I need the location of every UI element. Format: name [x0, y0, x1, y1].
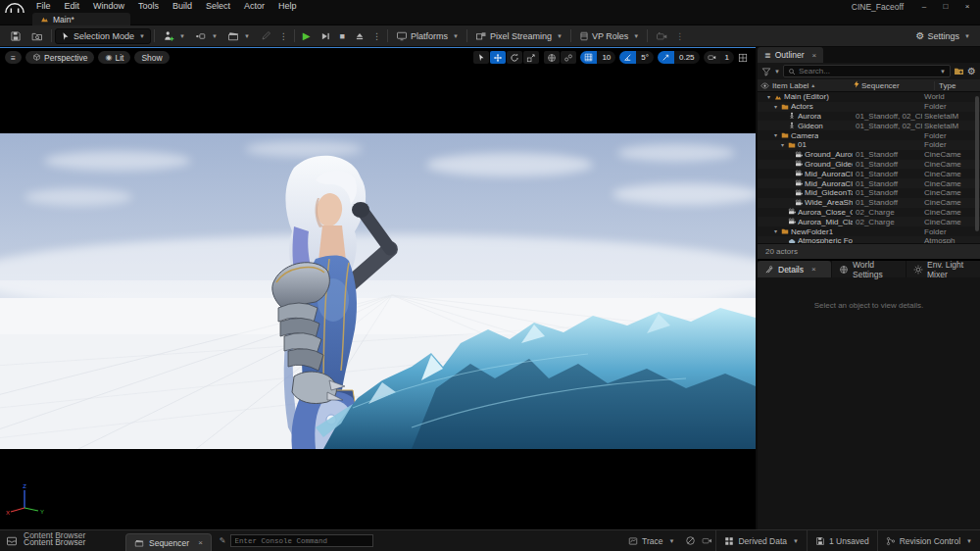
eject-button[interactable] [350, 27, 369, 45]
add-actor-button[interactable]: ▼ [158, 27, 190, 45]
outliner-row[interactable]: Mid_GideonTa01_StandoffCineCame [758, 188, 980, 198]
column-sequencer[interactable]: Sequencer [861, 81, 934, 90]
unsaved-button[interactable]: 1 Unsaved [807, 530, 877, 551]
camera-speed-value[interactable]: 1 [720, 51, 734, 64]
outliner-scrollbar[interactable] [975, 96, 979, 231]
editor-modes-button[interactable] [255, 27, 276, 45]
trace-record-button[interactable] [682, 535, 699, 546]
virtual-camera-menu[interactable]: ⋮ [672, 31, 687, 41]
browse-content-button[interactable] [26, 27, 48, 45]
stop-button[interactable]: ■ [335, 27, 350, 45]
grid-snap-value[interactable]: 10 [597, 51, 615, 64]
outliner-row[interactable]: Aurora01_Standoff, 02_Charge, 03Skeletal… [758, 112, 980, 122]
rotation-snap-control[interactable]: 5° [619, 51, 654, 64]
console-input[interactable] [230, 534, 373, 547]
outliner-row[interactable]: ▾Main (Editor)World [758, 92, 980, 102]
outliner-row[interactable]: Ground_Gideo01_StandoffCineCame [758, 160, 980, 170]
derived-data-dropdown[interactable]: Derived Data ▼ [715, 530, 807, 551]
outliner-row[interactable]: Aurora_Mid_Cla02_ChargeCineCame [758, 217, 980, 226]
new-folder-button[interactable] [954, 66, 964, 76]
scale-tool[interactable] [523, 51, 539, 64]
settings-dropdown[interactable]: ⚙ Settings ▼ [911, 27, 975, 45]
viewport-render[interactable] [0, 133, 756, 449]
close-button[interactable]: × [956, 0, 978, 13]
frame-skip-button[interactable] [316, 27, 335, 45]
world-local-toggle[interactable] [544, 51, 560, 64]
show-dropdown[interactable]: Show [134, 51, 169, 64]
expander-arrow-icon[interactable]: ▾ [765, 94, 772, 100]
outliner-row[interactable]: Wide_AreaSho01_StandoffCineCame [758, 198, 980, 208]
trace-dropdown[interactable]: Trace ▼ [620, 530, 682, 551]
outliner-row[interactable]: Mid_AuroraCla01_StandoffCineCame [758, 169, 980, 178]
menu-help[interactable]: Help [271, 0, 304, 13]
surface-snapping-toggle[interactable] [561, 51, 576, 64]
menu-build[interactable]: Build [166, 0, 199, 13]
filter-button[interactable]: ▼ [761, 67, 780, 76]
search-input[interactable] [799, 67, 935, 75]
rotation-snap-value[interactable]: 5° [636, 51, 654, 64]
close-icon[interactable]: × [198, 538, 203, 547]
revision-control-dropdown[interactable]: Revision Control ▼ [877, 530, 980, 551]
viewport-options-menu[interactable]: ≡ [5, 51, 22, 64]
menu-tools[interactable]: Tools [131, 0, 166, 13]
expander-arrow-icon[interactable]: ▾ [772, 104, 779, 110]
tab-env-light-mixer[interactable]: Env. Light Mixer [906, 261, 980, 277]
vp-roles-dropdown[interactable]: VP Roles ▼ [574, 27, 644, 45]
grid-snap-control[interactable]: 10 [580, 51, 615, 64]
pixel-streaming-dropdown[interactable]: Pixel Streaming ▼ [470, 27, 567, 45]
cinecam-icon [795, 179, 803, 187]
expander-arrow-icon[interactable]: ▾ [772, 132, 779, 138]
outliner-row[interactable]: Aurora_Close_O02_ChargeCineCame [758, 208, 980, 218]
close-icon[interactable]: × [811, 265, 816, 274]
platforms-dropdown[interactable]: Platforms ▼ [391, 27, 464, 45]
menu-select[interactable]: Select [199, 0, 237, 13]
play-options-menu[interactable]: ⋮ [369, 31, 384, 41]
play-button[interactable]: ▶ [298, 27, 316, 45]
view-mode-dropdown[interactable]: ◉ Lit [98, 51, 130, 64]
minimize-button[interactable]: – [913, 0, 935, 13]
outliner-row[interactable]: Mid_AuroraCla01_StandoffCineCame [758, 178, 980, 188]
outliner-row[interactable]: Atmospheric FoAtmosph [758, 236, 980, 243]
rotate-tool[interactable] [507, 51, 522, 64]
tab-outliner[interactable]: ≣ Outliner × [758, 47, 823, 63]
toolbar-overflow-menu[interactable]: ⋮ [276, 31, 291, 41]
maximize-button[interactable]: □ [935, 0, 956, 13]
save-button[interactable] [5, 27, 26, 45]
viewport[interactable]: ≡ Perspective ◉ Lit Show [0, 47, 756, 529]
outliner-row[interactable]: ▾NewFolder1Folder [758, 226, 980, 236]
menu-window[interactable]: Window [86, 0, 131, 13]
content-drawer-button[interactable]: Content Browser Content Browser [0, 530, 116, 551]
trace-snapshot-button[interactable] [699, 535, 715, 546]
maximize-viewport-button[interactable] [735, 51, 751, 64]
menu-file[interactable]: File [29, 0, 58, 13]
cinematics-button[interactable]: ▼ [222, 27, 255, 45]
perspective-dropdown[interactable]: Perspective [25, 51, 94, 64]
outliner-row[interactable]: ▾ActorsFolder [758, 102, 980, 112]
outliner-row[interactable]: ▾01Folder [758, 140, 980, 150]
outliner-row[interactable]: ▾CameraFolder [758, 130, 980, 140]
tab-details[interactable]: Details× [758, 261, 831, 277]
expander-arrow-icon[interactable]: ▾ [779, 142, 786, 148]
camera-speed-control[interactable]: 1 [704, 51, 734, 64]
tab-main-level[interactable]: Main* [32, 13, 130, 25]
column-item-label[interactable]: Item Label▲ [772, 81, 853, 90]
visibility-eye-icon[interactable] [760, 81, 769, 90]
close-icon[interactable]: × [811, 51, 816, 60]
tab-world-settings[interactable]: World Settings [832, 261, 906, 277]
expander-arrow-icon[interactable]: ▾ [772, 228, 779, 234]
select-tool[interactable] [473, 51, 489, 64]
translate-tool[interactable] [490, 51, 506, 64]
selection-mode-dropdown[interactable]: Selection Mode ▼ [55, 28, 151, 44]
column-type[interactable]: Type [934, 81, 980, 90]
scale-snap-value[interactable]: 0.25 [674, 51, 700, 64]
search-box[interactable]: ▼ [783, 65, 951, 77]
blueprints-button[interactable]: ▼ [190, 27, 222, 45]
scale-snap-control[interactable]: 0.25 [658, 51, 700, 64]
menu-actor[interactable]: Actor [237, 0, 271, 13]
virtual-camera-button[interactable] [651, 27, 672, 45]
outliner-row[interactable]: Ground_Auror01_StandoffCineCame [758, 150, 980, 160]
outliner-row[interactable]: Gideon01_Standoff, 02_Charge, 03Skeletal… [758, 121, 980, 130]
sequencer-drawer-tab[interactable]: Sequencer × [125, 533, 212, 551]
outliner-settings-button[interactable]: ⚙ [967, 66, 976, 76]
menu-edit[interactable]: Edit [58, 0, 87, 13]
